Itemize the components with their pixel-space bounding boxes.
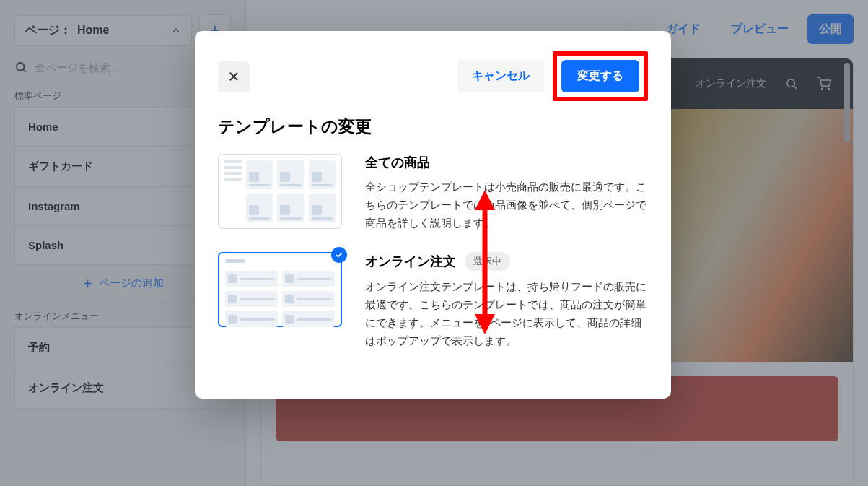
close-icon — [227, 70, 240, 83]
option-desc: 全ショップテンプレートは小売商品の販売に最適です。こちらのテンプレートでは商品画… — [365, 178, 648, 232]
cancel-button[interactable]: キャンセル — [457, 60, 544, 92]
option-title: 全ての商品 — [365, 154, 430, 171]
apply-button[interactable]: 変更する — [561, 60, 639, 92]
template-option-all-products[interactable]: 全ての商品 全ショップテンプレートは小売商品の販売に最適です。こちらのテンプレー… — [218, 154, 648, 232]
close-button[interactable] — [218, 61, 250, 92]
template-change-modal: キャンセル 変更する テンプレートの変更 全ての商品 全ショップテンプレートは小… — [195, 31, 671, 399]
apply-button-highlight: 変更する — [553, 51, 648, 101]
template-option-online-order[interactable]: オンライン注文 選択中 オンライン注文テンプレートは、持ち帰りフードの販売に最適… — [218, 252, 648, 350]
template-thumb-grid — [218, 154, 342, 229]
option-desc: オンライン注文テンプレートは、持ち帰りフードの販売に最適です。こちらのテンプレー… — [365, 278, 648, 350]
modal-title: テンプレートの変更 — [218, 116, 648, 138]
selected-check-icon — [331, 247, 347, 263]
template-thumb-list — [218, 252, 342, 327]
selected-badge: 選択中 — [465, 252, 510, 271]
option-title: オンライン注文 — [365, 253, 456, 270]
